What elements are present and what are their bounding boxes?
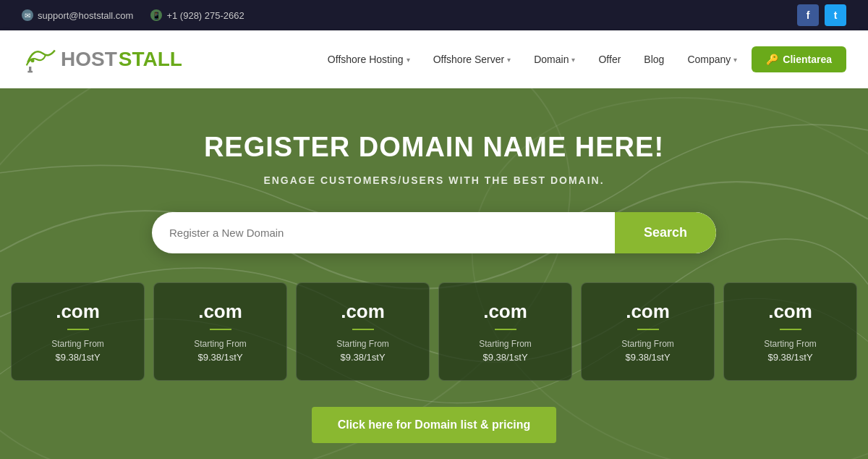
- chevron-down-icon: ▾: [571, 56, 575, 64]
- nav-offshore-hosting[interactable]: Offshore Hosting ▾: [319, 48, 419, 71]
- topbar: ✉ support@hoststall.com 📱 +1 (928) 275-2…: [0, 0, 868, 30]
- svg-rect-2: [27, 71, 33, 73]
- nav-company[interactable]: Company ▾: [678, 48, 746, 71]
- navbar: HOSTSTALL Offshore Hosting ▾ Offshore Se…: [0, 30, 868, 88]
- hero-subtitle: ENGAGE CUSTOMERS/USERS WITH THE BEST DOM…: [263, 174, 604, 186]
- domain-from-0: Starting From: [26, 339, 129, 349]
- domain-price-4: $9.38/1stY: [596, 352, 699, 363]
- logo[interactable]: HOSTSTALL: [22, 41, 182, 77]
- domain-divider-1: [210, 329, 231, 330]
- email-icon: ✉: [22, 9, 33, 21]
- nav-blog-label: Blog: [644, 54, 664, 65]
- search-button[interactable]: Search: [615, 212, 716, 253]
- chevron-down-icon: ▾: [507, 56, 511, 64]
- domain-divider-5: [780, 329, 801, 330]
- domain-cards-list: .com Starting From $9.38/1stY .com Start…: [11, 282, 857, 381]
- domain-from-2: Starting From: [311, 339, 414, 349]
- nav-domain[interactable]: Domain ▾: [525, 48, 584, 71]
- nav-offshore-hosting-label: Offshore Hosting: [328, 54, 404, 65]
- svg-rect-1: [29, 67, 31, 72]
- chevron-down-icon: ▾: [407, 56, 410, 64]
- twitter-button[interactable]: t: [825, 4, 846, 26]
- nav-offshore-server-label: Offshore Server: [433, 54, 505, 65]
- domain-card-1[interactable]: .com Starting From $9.38/1stY: [153, 282, 287, 381]
- domain-ext-3: .com: [454, 300, 557, 323]
- domain-search-bar: Search: [152, 212, 716, 253]
- topbar-contact: ✉ support@hoststall.com 📱 +1 (928) 275-2…: [22, 9, 244, 21]
- domain-from-3: Starting From: [454, 339, 557, 349]
- email-contact: ✉ support@hoststall.com: [22, 9, 133, 21]
- domain-ext-1: .com: [169, 300, 272, 323]
- domain-price-5: $9.38/1stY: [739, 352, 842, 363]
- domain-from-4: Starting From: [596, 339, 699, 349]
- whatsapp-icon: 📱: [150, 9, 162, 21]
- domain-price-2: $9.38/1stY: [311, 352, 414, 363]
- domain-card-2[interactable]: .com Starting From $9.38/1stY: [296, 282, 430, 381]
- logo-icon: [22, 41, 58, 77]
- domain-card-4[interactable]: .com Starting From $9.38/1stY: [581, 282, 715, 381]
- domain-card-5[interactable]: .com Starting From $9.38/1stY: [723, 282, 857, 381]
- nav-offer[interactable]: Offer: [590, 48, 629, 71]
- domain-card-0[interactable]: .com Starting From $9.38/1stY: [11, 282, 145, 381]
- domain-ext-2: .com: [311, 300, 414, 323]
- key-icon: 🔑: [766, 54, 778, 65]
- email-text: support@hoststall.com: [38, 10, 133, 21]
- logo-host: HOST: [61, 48, 117, 71]
- domain-price-0: $9.38/1stY: [26, 352, 129, 363]
- domain-divider-2: [352, 329, 374, 330]
- chevron-down-icon: ▾: [733, 56, 737, 64]
- nav-domain-label: Domain: [534, 54, 569, 65]
- clientarea-button[interactable]: 🔑 Clientarea: [752, 46, 846, 72]
- nav-offer-label: Offer: [598, 54, 621, 65]
- phone-contact: 📱 +1 (928) 275-2662: [150, 9, 244, 21]
- hero-title: REGISTER DOMAIN NAME HERE!: [204, 132, 664, 163]
- svg-point-0: [31, 59, 35, 62]
- domain-ext-4: .com: [596, 300, 699, 323]
- domain-price-1: $9.38/1stY: [169, 352, 272, 363]
- domain-divider-4: [637, 329, 659, 330]
- phone-text: +1 (928) 275-2662: [166, 10, 244, 21]
- search-input[interactable]: [152, 212, 615, 253]
- hero-section: REGISTER DOMAIN NAME HERE! ENGAGE CUSTOM…: [0, 88, 868, 459]
- domain-ext-5: .com: [739, 300, 842, 323]
- domain-from-1: Starting From: [169, 339, 272, 349]
- nav-blog[interactable]: Blog: [635, 48, 673, 71]
- facebook-button[interactable]: f: [797, 4, 819, 26]
- logo-stall: STALL: [119, 48, 182, 71]
- domain-from-5: Starting From: [739, 339, 842, 349]
- domain-ext-0: .com: [26, 300, 129, 323]
- clientarea-label: Clientarea: [783, 54, 832, 65]
- social-links: f t: [797, 4, 846, 26]
- nav-links: Offshore Hosting ▾ Offshore Server ▾ Dom…: [319, 46, 846, 72]
- nav-offshore-server[interactable]: Offshore Server ▾: [425, 48, 520, 71]
- nav-company-label: Company: [687, 54, 731, 65]
- domain-price-3: $9.38/1stY: [454, 352, 557, 363]
- domain-divider-0: [67, 329, 89, 330]
- domain-divider-3: [495, 329, 516, 330]
- logo-text: HOSTSTALL: [61, 48, 182, 71]
- domain-list-pricing-button[interactable]: Click here for Domain list & pricing: [312, 407, 557, 443]
- domain-card-3[interactable]: .com Starting From $9.38/1stY: [438, 282, 572, 381]
